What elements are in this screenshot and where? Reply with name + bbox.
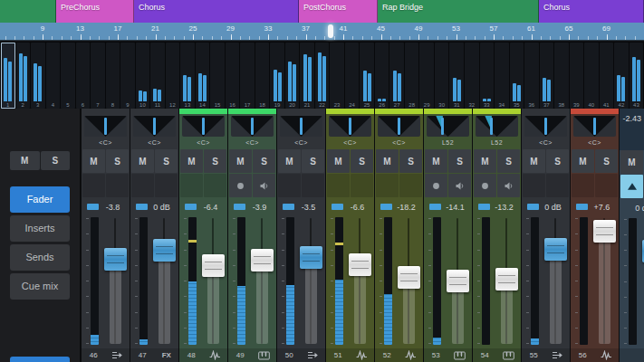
fader-handle[interactable] — [104, 248, 127, 271]
channel-solo-button[interactable]: S — [546, 149, 569, 173]
overview-channel-cell[interactable]: 41 — [600, 43, 614, 109]
record-arm-button[interactable] — [425, 174, 447, 197]
overview-channel-cell[interactable]: 21 — [300, 43, 314, 109]
fader-handle[interactable] — [495, 268, 518, 291]
channel-mute-button[interactable]: M — [180, 149, 203, 173]
monitor-button[interactable] — [497, 174, 520, 197]
overview-channel-cell[interactable]: 3 — [31, 43, 45, 109]
solo-button[interactable]: S — [41, 151, 71, 170]
overview-channel-cell[interactable]: 35 — [510, 43, 524, 109]
overview-channel-cell[interactable]: 32 — [465, 43, 479, 109]
arrangement-section[interactable]: PreChorus — [56, 0, 134, 23]
fader-handle[interactable] — [202, 254, 225, 277]
overview-channel-cell[interactable]: 33 — [480, 43, 495, 109]
overview-channel-cell[interactable]: 9 — [120, 43, 135, 109]
sidebar-nav-inserts[interactable]: Inserts — [10, 215, 70, 242]
overview-channel-cell[interactable]: 13 — [180, 43, 195, 109]
channel-mute-button[interactable]: M — [425, 149, 447, 173]
fader-handle[interactable] — [300, 246, 322, 269]
playhead-marker[interactable] — [328, 24, 333, 38]
record-arm-button[interactable] — [229, 174, 252, 197]
pan-control[interactable] — [231, 116, 274, 137]
limiter-button[interactable] — [620, 175, 643, 198]
channel-mute-button[interactable]: M — [572, 149, 594, 173]
monitor-button[interactable] — [253, 174, 275, 197]
fader-handle[interactable] — [153, 239, 176, 262]
pan-control[interactable] — [84, 116, 127, 137]
overview-channel-cell[interactable]: 14 — [196, 43, 210, 109]
overview-channel-cell[interactable]: 25 — [360, 43, 374, 109]
arrangement-section[interactable]: PostChorus — [299, 0, 378, 23]
fader-handle[interactable] — [251, 249, 274, 272]
fader-handle[interactable] — [349, 253, 371, 276]
overview-channel-cell[interactable]: 20 — [285, 43, 300, 109]
channel-mute-button[interactable]: M — [620, 150, 643, 174]
channel-solo-button[interactable]: S — [497, 149, 520, 173]
pan-control[interactable] — [476, 116, 518, 137]
overview-channel-cell[interactable]: 1 — [1, 43, 15, 109]
arrangement-section[interactable]: Chorus — [539, 0, 644, 23]
overview-channel-cell[interactable]: 2 — [16, 43, 31, 109]
monitor-button[interactable] — [448, 174, 471, 197]
pan-control[interactable] — [133, 116, 176, 137]
overview-channel-cell[interactable]: 22 — [315, 43, 330, 109]
pan-control[interactable] — [378, 116, 420, 137]
overview-channel-cell[interactable]: 5 — [61, 43, 75, 109]
channel-mute-button[interactable]: M — [131, 149, 154, 173]
overview-channel-cell[interactable]: 4 — [46, 43, 61, 109]
partial-button[interactable] — [10, 357, 70, 362]
overview-channel-cell[interactable]: 39 — [570, 43, 584, 109]
pan-control[interactable] — [329, 116, 371, 137]
overview-channel-cell[interactable]: 19 — [270, 43, 284, 109]
arrangement-section[interactable]: Chorus — [134, 0, 299, 23]
overview-channel-cell[interactable]: 34 — [495, 43, 509, 109]
overview-channel-cell[interactable]: 10 — [136, 43, 150, 109]
channel-solo-button[interactable]: S — [302, 149, 324, 173]
pan-control[interactable] — [427, 116, 469, 137]
timeline-ruler[interactable]: 9131721252933374145495357616569 — [0, 23, 644, 41]
overview-channel-cell[interactable]: 43 — [630, 43, 644, 109]
overview-channel-cell[interactable]: 18 — [255, 43, 270, 109]
overview-channel-cell[interactable]: 31 — [449, 43, 464, 109]
sidebar-nav-sends[interactable]: Sends — [10, 244, 70, 271]
overview-channel-cell[interactable]: 11 — [150, 43, 165, 109]
fader-handle[interactable] — [447, 270, 469, 292]
overview-channel-cell[interactable]: 42 — [614, 43, 629, 109]
overview-channel-cell[interactable]: 6 — [76, 43, 91, 109]
channel-solo-button[interactable]: S — [253, 149, 275, 173]
overview-channel-cell[interactable]: 16 — [226, 43, 240, 109]
record-arm-button[interactable] — [474, 174, 496, 197]
overview-channel-cell[interactable]: 15 — [210, 43, 225, 109]
overview-channel-cell[interactable]: 8 — [106, 43, 120, 109]
overview-channel-cell[interactable]: 30 — [435, 43, 449, 109]
pan-control[interactable] — [280, 116, 322, 137]
channel-mute-button[interactable]: M — [229, 149, 252, 173]
channel-solo-button[interactable]: S — [595, 149, 618, 173]
mute-button[interactable]: M — [10, 151, 40, 170]
channel-solo-button[interactable]: S — [351, 149, 373, 173]
channel-mute-button[interactable]: M — [474, 149, 496, 173]
channel-mute-button[interactable]: M — [523, 149, 545, 173]
overview-channel-cell[interactable]: 7 — [91, 43, 105, 109]
overview-channel-cell[interactable]: 23 — [330, 43, 344, 109]
overview-channel-cell[interactable]: 12 — [166, 43, 180, 109]
overview-channel-cell[interactable]: 28 — [405, 43, 419, 109]
channel-mute-button[interactable]: M — [327, 149, 350, 173]
arrangement-section[interactable]: Rap Bridge — [378, 0, 539, 23]
pan-control[interactable] — [182, 116, 225, 137]
fader-handle[interactable] — [593, 220, 616, 243]
overview-channel-cell[interactable]: 27 — [389, 43, 404, 109]
arrangement-section[interactable] — [0, 0, 56, 23]
overview-channel-cell[interactable]: 37 — [540, 43, 554, 109]
channel-solo-button[interactable]: S — [106, 149, 129, 173]
overview-channel-cell[interactable]: 26 — [375, 43, 389, 109]
overview-channel-cell[interactable]: 29 — [419, 43, 434, 109]
fader-handle[interactable] — [544, 238, 567, 261]
pan-control[interactable] — [524, 116, 567, 137]
channel-solo-button[interactable]: S — [204, 149, 226, 173]
overview-channel-cell[interactable]: 36 — [524, 43, 539, 109]
channel-solo-button[interactable]: S — [155, 149, 178, 173]
channel-mute-button[interactable]: M — [376, 149, 399, 173]
overview-channel-cell[interactable]: 38 — [554, 43, 569, 109]
overview-channel-cell[interactable]: 17 — [240, 43, 255, 109]
